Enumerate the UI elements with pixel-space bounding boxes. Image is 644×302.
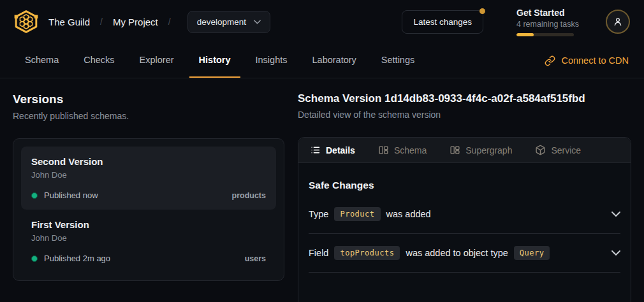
detail-tab-label: Supergraph [465, 145, 512, 155]
chevron-down-icon [254, 20, 261, 24]
breadcrumb-project[interactable]: My Project [110, 17, 161, 27]
columns-icon [450, 145, 460, 155]
detail-tab-details[interactable]: Details [310, 145, 355, 155]
connect-to-cdn-label: Connect to CDN [561, 55, 629, 66]
version-detail-column: Schema Version 1d14db83-0933-4f4c-a02f-a… [298, 92, 631, 302]
notification-dot [479, 8, 485, 14]
service-name-badge: products [232, 191, 266, 200]
versions-column: Versions Recently published schemas. Sec… [13, 92, 284, 302]
tab-explorer[interactable]: Explorer [130, 43, 184, 78]
connect-to-cdn-link[interactable]: Connect to CDN [545, 43, 629, 78]
person-icon [612, 16, 624, 27]
versions-title: Versions [13, 92, 284, 106]
tab-laboratory[interactable]: Laboratory [303, 43, 366, 78]
detail-tab-label: Schema [394, 145, 427, 155]
breadcrumb-separator: / [168, 17, 171, 27]
change-row[interactable]: Type Product was added [309, 195, 620, 234]
get-started-title: Get Started [516, 8, 579, 18]
cube-icon [535, 145, 546, 155]
latest-changes-button[interactable]: Latest changes [402, 10, 483, 34]
version-meta-row: Published now products [31, 191, 266, 200]
change-middle: was added to object type [406, 248, 508, 258]
versions-list: Second Version John Doe Published now pr… [13, 138, 284, 281]
tab-insights[interactable]: Insights [246, 43, 297, 78]
change-row[interactable]: Field topProducts was added to object ty… [309, 234, 620, 273]
chevron-down-icon[interactable] [611, 212, 620, 217]
published-status-text: Published now [44, 191, 98, 200]
change-code-badge: Query [514, 246, 550, 260]
versions-subtitle: Recently published schemas. [13, 111, 284, 121]
change-middle: was added [386, 209, 431, 219]
version-list-item[interactable]: First Version John Doe Published 2m ago … [21, 210, 276, 273]
version-author: John Doe [31, 233, 266, 243]
schema-version-title: Schema Version 1d14db83-0933-4f4c-a02f-a… [298, 92, 631, 105]
detail-tab-label: Details [326, 145, 355, 155]
project-nav-tabs: Schema Checks Explorer History Insights … [0, 43, 644, 78]
change-prefix: Type [309, 209, 328, 219]
change-code-badge: topProducts [334, 246, 400, 260]
version-meta-row: Published 2m ago users [31, 254, 266, 263]
version-list-item[interactable]: Second Version John Doe Published now pr… [21, 147, 276, 210]
get-started-widget[interactable]: Get Started 4 remaining tasks [516, 8, 579, 36]
detail-tab-bar: Details Schema [298, 138, 631, 163]
version-name: First Version [31, 219, 266, 230]
published-status-text: Published 2m ago [44, 254, 110, 263]
target-selector-value: development [197, 17, 246, 27]
change-code-badge: Product [334, 207, 380, 221]
get-started-progress-bar [516, 33, 574, 36]
detail-tab-label: Service [551, 145, 581, 155]
breadcrumb-org[interactable]: The Guild [46, 17, 92, 27]
progress-fill [516, 33, 534, 36]
user-avatar[interactable] [606, 10, 630, 34]
tab-schema[interactable]: Schema [15, 43, 68, 78]
columns-icon [378, 145, 389, 155]
published-status-dot [31, 192, 38, 199]
version-detail-card: Details Schema [298, 137, 631, 302]
breadcrumb-separator: / [100, 17, 103, 27]
top-header: The Guild / My Project / development Lat… [0, 0, 644, 43]
tab-checks[interactable]: Checks [74, 43, 124, 78]
chevron-down-icon[interactable] [611, 250, 620, 255]
service-name-badge: users [245, 254, 266, 263]
detail-tab-schema[interactable]: Schema [378, 145, 427, 155]
change-prefix: Field [309, 248, 328, 258]
published-status-dot [31, 255, 38, 262]
detail-tab-supergraph[interactable]: Supergraph [450, 145, 512, 155]
guild-honeycomb-logo[interactable] [14, 10, 38, 34]
detail-tab-service[interactable]: Service [535, 145, 581, 155]
detail-body: Safe Changes Type Product was added Fiel… [298, 163, 631, 273]
version-author: John Doe [31, 170, 266, 180]
version-name: Second Version [31, 156, 266, 167]
safe-changes-heading: Safe Changes [309, 180, 620, 191]
main-content: Versions Recently published schemas. Sec… [0, 78, 644, 302]
schema-version-subtitle: Detailed view of the schema version [298, 110, 631, 120]
latest-changes-label: Latest changes [413, 17, 472, 27]
link-chain-icon [545, 55, 555, 66]
list-icon [310, 145, 321, 155]
tab-settings[interactable]: Settings [372, 43, 424, 78]
target-selector-dropdown[interactable]: development [187, 11, 270, 33]
tab-history[interactable]: History [189, 43, 240, 78]
get-started-subtitle: 4 remaining tasks [516, 20, 579, 29]
